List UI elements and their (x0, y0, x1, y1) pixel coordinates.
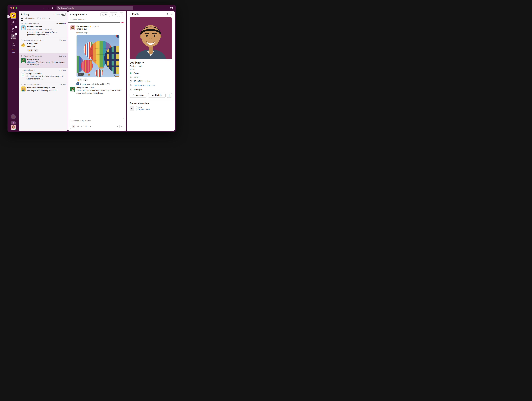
avatar-lisa[interactable] (21, 86, 26, 91)
huddle-split-button[interactable] (109, 13, 118, 17)
message: Carmen Vega 11:30 AM Check it out filena… (70, 25, 124, 85)
sidebar-item-more[interactable]: ••• More (11, 48, 16, 53)
reaction-thumbs-up[interactable]: 1 (27, 49, 33, 51)
message-input[interactable] (72, 120, 122, 122)
emoji-button[interactable] (81, 125, 83, 127)
help-icon: ? (171, 7, 172, 9)
paper-plane-icon (21, 83, 23, 85)
avatar-harry[interactable] (70, 87, 75, 92)
sidebar-item-home[interactable]: Home (11, 20, 16, 26)
activity-panel: Activity Unreads All @ Mentions Threads (19, 11, 68, 131)
unreads-toggle[interactable] (61, 13, 66, 16)
mention-button[interactable]: @ (85, 125, 87, 127)
thread-icon (21, 22, 23, 24)
field-account-type: Employee (130, 88, 172, 91)
avatar-harry[interactable] (21, 58, 26, 63)
presence-indicator (15, 129, 16, 130)
avatar-carmen[interactable] (70, 25, 75, 30)
huddle-button[interactable]: Huddle (148, 93, 166, 98)
message-composer[interactable]: + Aa @ ⋯ (70, 118, 124, 129)
caret-down-icon: ▾ (88, 32, 88, 33)
unread-dot (64, 23, 66, 24)
tab-threads[interactable]: Threads (37, 17, 46, 21)
tabs-overflow-button[interactable]: ⋯ (48, 17, 50, 21)
send-options-chevron-icon[interactable] (121, 126, 122, 127)
thread-replies-bar[interactable]: 1 reply Last reply today at 10:00 AM (76, 83, 124, 85)
tab-all[interactable]: All (21, 17, 23, 21)
message-button[interactable]: Message (130, 93, 147, 98)
rice-ball-status-icon (130, 76, 132, 78)
history-icon[interactable] (52, 6, 55, 9)
minimize-window-button[interactable] (13, 7, 14, 9)
activity-bell-icon (12, 35, 15, 37)
more-dots-icon: ••• (12, 49, 15, 50)
image-attachment[interactable]: ALT (76, 35, 120, 77)
canvas-button[interactable] (119, 13, 124, 17)
activity-item-mention[interactable]: @ Mention in #design-team Just now Harry… (19, 53, 68, 68)
composer-more-button[interactable]: ⋯ (89, 125, 91, 127)
location-link[interactable]: San Francisco, CA, USA (134, 84, 155, 86)
avatar-fathima[interactable] (21, 25, 26, 30)
chevron-down-icon (85, 14, 87, 16)
reaction-thumbs-up[interactable]: 1 (76, 78, 82, 81)
sidebar-item-dms[interactable]: 1 DMs (11, 27, 16, 32)
slack-window: ? 2 (7, 5, 176, 132)
activity-item-reaction[interactable]: Harry Boone and several others… Just now… (19, 38, 68, 53)
mention-link[interactable]: @Carmen (27, 61, 36, 63)
formatting-button[interactable]: Aa (77, 125, 79, 127)
message: Harry Boone 11:33 AM @Carmen This is ama… (70, 87, 124, 95)
activity-badge: 1 (15, 33, 17, 35)
clock-icon (130, 80, 132, 83)
mention-link[interactable]: @Carmen (76, 89, 85, 91)
profile-role: Design Lead (130, 65, 172, 67)
search-input[interactable] (61, 7, 132, 9)
kebab-icon: ⋮ (168, 94, 170, 96)
add-bookmark-button[interactable]: + Add a bookmark (68, 17, 126, 22)
activity-item-app[interactable]: App notification Just now 31 (19, 68, 68, 82)
back-icon[interactable] (43, 7, 46, 9)
channel-panel: # design-team 12 (68, 11, 126, 131)
unreads-label: Unreads (54, 13, 60, 15)
google-calendar-icon: 31 (21, 72, 25, 77)
channel-title[interactable]: # design-team (70, 13, 87, 16)
at-icon: @ (25, 17, 27, 19)
create-new-button[interactable]: + (11, 114, 16, 119)
add-reaction-icon (35, 49, 37, 51)
channel-members-button[interactable]: 12 (101, 13, 108, 17)
field-location: San Francisco, CA, USA (130, 84, 172, 87)
phone-number-link[interactable]: (415) 123 - 4567 (136, 108, 150, 111)
attach-button[interactable]: + (72, 125, 75, 128)
activity-item-thread[interactable]: Thread in #marketing Just now Fathima Pa… (19, 21, 68, 38)
open-in-window-icon[interactable] (166, 13, 169, 15)
chevron-down-icon (115, 14, 117, 15)
profile-name: Lee Hao (130, 61, 141, 64)
tab-mentions[interactable]: @ Mentions (25, 17, 35, 21)
message-bubble-icon (133, 94, 135, 96)
back-icon[interactable] (129, 13, 131, 15)
workspace-switcher[interactable] (10, 13, 16, 18)
workspace-icon[interactable] (10, 13, 16, 18)
more-actions-button[interactable]: ⋮ (167, 93, 172, 98)
status-emoji-bubble (11, 121, 16, 124)
field-status: Lunch (130, 76, 172, 78)
forward-icon[interactable] (48, 7, 50, 9)
close-window-button[interactable] (10, 7, 12, 9)
user-menu[interactable] (11, 121, 16, 130)
add-reaction-button[interactable] (83, 78, 88, 81)
activity-item-invite[interactable]: Slack connect invitation Just now Lisa D… (19, 82, 68, 93)
panel-title: Profile (132, 13, 139, 15)
sidebar-item-activity[interactable]: 1 Activity (11, 34, 16, 39)
add-reaction-button[interactable] (34, 49, 38, 51)
send-icon[interactable] (116, 125, 118, 127)
pronounce-name-icon[interactable] (142, 61, 144, 64)
sidebar-item-later[interactable]: Later (11, 41, 16, 46)
zoom-window-button[interactable] (16, 7, 17, 9)
close-icon[interactable]: ✕ (171, 13, 172, 16)
help-button[interactable]: ? (170, 6, 173, 9)
search-bar[interactable] (57, 6, 133, 10)
calendar-day-label: 31 (22, 74, 24, 76)
alt-text-badge[interactable]: ALT (78, 73, 84, 76)
page-title: Activity (21, 13, 29, 16)
file-name-toggle[interactable]: filename.png ▾ (76, 32, 124, 34)
phone-icon (130, 106, 134, 111)
